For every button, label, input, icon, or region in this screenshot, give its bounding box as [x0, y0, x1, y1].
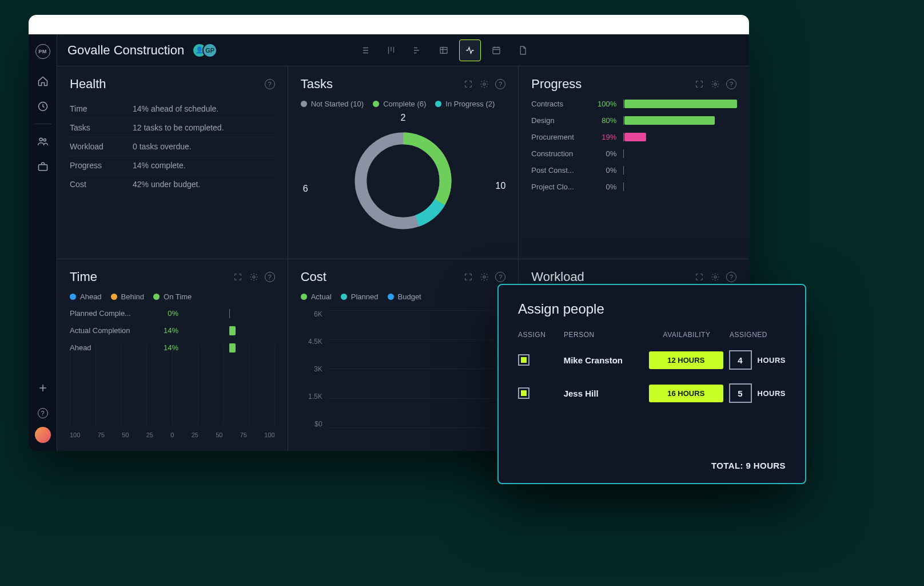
window-titlebar — [29, 15, 749, 34]
nav-people-icon[interactable] — [31, 130, 54, 153]
panel-title: Workload — [531, 270, 584, 284]
svg-point-12 — [483, 276, 485, 278]
nav-help-icon[interactable]: ? — [31, 402, 54, 425]
svg-rect-4 — [440, 47, 447, 53]
health-row: Time14% ahead of schedule. — [70, 100, 275, 118]
view-calendar-icon[interactable] — [485, 39, 507, 61]
time-pct: 14% — [156, 326, 178, 335]
time-pct: 14% — [156, 343, 178, 352]
assign-checkbox[interactable] — [518, 387, 529, 399]
time-legend: AheadBehindOn Time — [70, 292, 275, 301]
cost-legend: ActualPlannedBudget — [301, 292, 506, 301]
panel-help-icon[interactable]: ? — [726, 79, 736, 89]
progress-pct: 0% — [592, 149, 616, 158]
nav-briefcase-icon[interactable] — [31, 155, 54, 178]
view-dashboard-icon[interactable] — [459, 39, 481, 61]
health-value: 14% ahead of schedule. — [133, 104, 218, 113]
assigned-hours-input[interactable]: 5 — [729, 383, 752, 403]
nav-home-icon[interactable] — [31, 70, 54, 93]
panel-help-icon[interactable]: ? — [495, 79, 505, 89]
time-bars: Planned Comple...0%Actual Completion14%A… — [70, 309, 275, 353]
panel-title: Health — [70, 77, 106, 92]
view-file-icon[interactable] — [512, 39, 533, 61]
popup-headers: ASSIGN PERSON AVAILABILITY ASSIGNED — [518, 331, 786, 339]
panel-time: Time ? AheadBehindOn Time Planned Comple… — [57, 259, 288, 452]
legend-item: Not Started (10) — [301, 100, 364, 108]
panel-title: Cost — [301, 270, 326, 284]
time-name: Actual Completion — [70, 326, 150, 335]
assign-row: Mike Cranston12 HOURS4HOURS — [518, 350, 786, 370]
legend-item: Budget — [388, 292, 421, 301]
progress-row: Construction0% — [531, 149, 736, 158]
expand-icon[interactable] — [694, 79, 704, 89]
view-board-icon[interactable] — [380, 39, 402, 61]
expand-icon[interactable] — [463, 272, 473, 282]
progress-name: Procurement — [531, 133, 586, 141]
svg-point-10 — [714, 83, 716, 85]
assigned-unit: HOURS — [758, 389, 786, 398]
project-title: Govalle Construction — [67, 43, 184, 58]
nav-add-icon[interactable] — [31, 377, 54, 399]
legend-dot — [111, 294, 117, 300]
panel-help-icon[interactable]: ? — [495, 272, 505, 282]
gear-icon[interactable] — [249, 272, 259, 282]
assign-people-popup: Assign people ASSIGN PERSON AVAILABILITY… — [497, 284, 806, 484]
panel-tasks: Tasks ? Not Started (10)Complete (6)In P… — [288, 66, 519, 259]
gear-icon[interactable] — [479, 79, 489, 89]
view-list-icon[interactable] — [354, 39, 376, 61]
project-members[interactable]: 👤 GP — [192, 43, 217, 58]
donut-label-inprogress: 2 — [401, 113, 406, 123]
expand-icon[interactable] — [233, 272, 243, 282]
gear-icon[interactable] — [710, 272, 720, 282]
health-key: Progress — [70, 161, 133, 170]
health-value: 12 tasks to be completed. — [133, 123, 224, 132]
gear-icon[interactable] — [710, 79, 720, 89]
gear-icon[interactable] — [479, 272, 489, 282]
health-key: Cost — [70, 180, 133, 189]
member-avatar: GP — [202, 43, 217, 58]
progress-pct: 0% — [592, 166, 616, 175]
availability-chip: 16 HOURS — [649, 385, 723, 402]
assigned-unit: HOURS — [758, 356, 786, 365]
svg-rect-3 — [38, 165, 47, 171]
svg-rect-5 — [493, 47, 500, 53]
donut-label-notstarted: 10 — [496, 181, 506, 191]
time-track — [184, 326, 275, 335]
svg-point-2 — [43, 138, 46, 141]
assign-checkbox[interactable] — [518, 354, 529, 366]
assigned-hours-input[interactable]: 4 — [729, 350, 752, 370]
legend-dot — [153, 294, 160, 300]
legend-item: Planned — [341, 292, 379, 301]
view-table-icon[interactable] — [433, 39, 455, 61]
time-row: Planned Comple...0% — [70, 309, 275, 318]
panel-help-icon[interactable]: ? — [265, 272, 275, 282]
panel-health: Health ? Time14% ahead of schedule.Tasks… — [57, 66, 288, 259]
expand-icon[interactable] — [463, 79, 473, 89]
progress-pct: 0% — [592, 183, 616, 191]
health-key: Workload — [70, 142, 133, 151]
panel-help-icon[interactable]: ? — [265, 79, 275, 89]
assign-person: Jess Hill — [564, 389, 649, 398]
panel-title: Time — [70, 270, 97, 284]
progress-row: Project Clo...0% — [531, 183, 736, 191]
time-axis: 1007550250255075100 — [70, 431, 275, 441]
app-logo[interactable]: PM — [31, 40, 54, 63]
health-row: Progress14% complete. — [70, 156, 275, 175]
user-avatar[interactable] — [35, 427, 51, 443]
availability-chip: 12 HOURS — [649, 351, 723, 369]
tasks-legend: Not Started (10)Complete (6)In Progress … — [301, 100, 506, 108]
svg-point-11 — [253, 276, 255, 278]
assign-person: Mike Cranston — [564, 355, 649, 365]
progress-name: Contracts — [531, 100, 586, 108]
health-value: 0 tasks overdue. — [133, 142, 192, 151]
progress-track — [623, 166, 736, 175]
expand-icon[interactable] — [694, 272, 704, 282]
nav-recent-icon[interactable] — [31, 95, 54, 118]
sidebar: PM ? — [29, 34, 57, 451]
view-tabs — [354, 39, 533, 61]
progress-track — [623, 100, 736, 108]
view-gantt-icon[interactable] — [407, 39, 428, 61]
assign-total: TOTAL: 9 HOURS — [711, 461, 786, 470]
panel-help-icon[interactable]: ? — [726, 272, 736, 282]
time-track — [184, 343, 275, 353]
